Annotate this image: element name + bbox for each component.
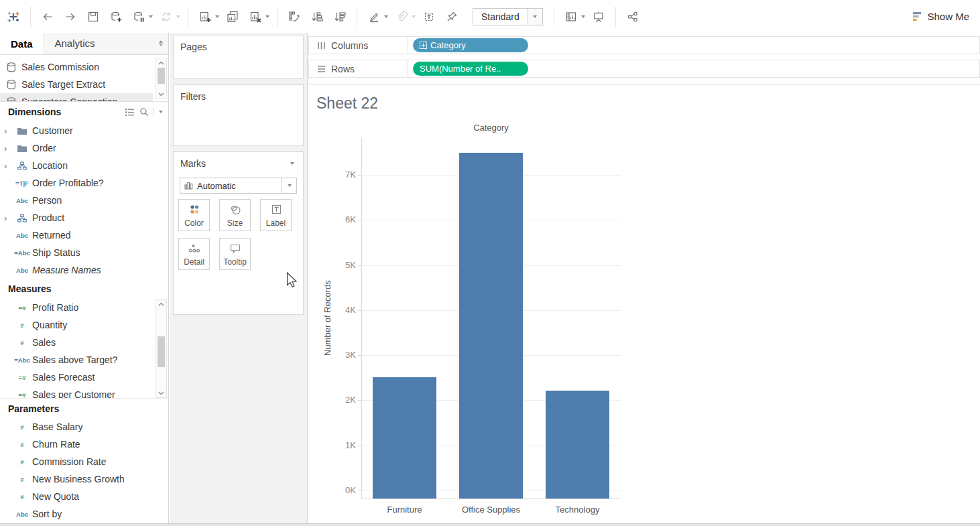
new-worksheet-icon[interactable] [197, 9, 213, 25]
swap-rows-columns-icon[interactable] [286, 9, 302, 25]
bar-office-supplies[interactable] [459, 153, 523, 499]
datasource-item[interactable]: Superstore Connection [0, 93, 153, 102]
clear-sheet-icon[interactable] [247, 9, 263, 25]
toolbar-separator [188, 7, 188, 27]
marks-menu-caret[interactable] [290, 162, 294, 165]
pill-category[interactable]: Category [413, 38, 528, 52]
dimensions-menu-caret[interactable] [159, 111, 163, 113]
scroll-down-icon[interactable] [156, 389, 166, 397]
expand-chevron-icon[interactable]: › [4, 144, 12, 153]
scrollbar-thumb[interactable] [158, 68, 165, 84]
measures-scrollbar[interactable] [156, 299, 167, 398]
mark-type-select[interactable]: Automatic [180, 178, 297, 194]
scrollbar-thumb[interactable] [158, 336, 165, 367]
datasource-item[interactable]: Sales Target Extract [0, 76, 153, 93]
tab-data[interactable]: Data [0, 33, 44, 54]
size-button[interactable]: Size [219, 199, 251, 231]
show-me-button[interactable]: Show Me [912, 11, 969, 22]
dimension-order-profitable[interactable]: =T|FOrder Profitable? [0, 174, 168, 192]
undo-icon[interactable] [40, 9, 56, 25]
parameter-sort-by[interactable]: AbcSort by [0, 505, 168, 523]
dimension-customer[interactable]: ›Customer [0, 122, 168, 139]
show-mark-labels-icon[interactable] [421, 9, 437, 25]
sort-descending-icon[interactable] [332, 9, 348, 25]
mark-type-caret[interactable] [282, 178, 296, 193]
expand-chevron-icon[interactable]: › [4, 127, 12, 135]
duplicate-sheet-icon[interactable] [225, 9, 241, 25]
sort-ascending-icon[interactable] [309, 9, 325, 25]
fit-view-select[interactable]: Standard [473, 8, 543, 25]
measures-title: Measures [8, 283, 163, 294]
view-as-list-icon[interactable] [125, 108, 135, 117]
measure-sales-above-target[interactable]: =AbcSales above Target? [0, 351, 168, 369]
parameter-churn-rate[interactable]: #Churn Rate [0, 436, 168, 453]
parameters-header: Parameters [0, 398, 168, 418]
measure-sales-forecast[interactable]: =#Sales Forecast [0, 369, 168, 386]
redo-icon[interactable] [62, 9, 78, 25]
scroll-up-icon[interactable] [156, 300, 166, 308]
datasource-scrollbar[interactable] [156, 58, 167, 99]
highlight-caret[interactable] [384, 15, 388, 18]
measure-quantity[interactable]: #Quantity [0, 316, 168, 334]
dimension-person[interactable]: AbcPerson [0, 192, 168, 209]
measure-sales[interactable]: #Sales [0, 334, 168, 351]
y-axis-tick-label: 7K [322, 170, 356, 180]
color-button[interactable]: Color [178, 199, 210, 231]
main-toolbar: Standard Show Me [0, 0, 980, 33]
new-worksheet-caret[interactable] [215, 15, 219, 18]
label-button[interactable]: Label [260, 199, 292, 231]
parameter-new-business-growth[interactable]: #New Business Growth [0, 470, 168, 488]
pause-auto-updates-caret[interactable] [149, 15, 153, 18]
scroll-up-icon[interactable] [156, 58, 166, 67]
highlight-icon[interactable] [366, 9, 382, 25]
dimension-order[interactable]: ›Order [0, 139, 168, 157]
expand-chevron-icon[interactable]: › [4, 161, 12, 170]
tableau-logo-icon[interactable] [5, 9, 21, 25]
fit-view-caret[interactable] [528, 9, 542, 25]
rows-shelf[interactable]: Rows SUM(Number of Re.. [308, 60, 980, 78]
parameter-base-salary[interactable]: #Base Salary [0, 418, 168, 436]
dimension-ship-status[interactable]: =AbcShip Status [0, 244, 168, 261]
save-icon[interactable] [85, 9, 101, 25]
tooltip-button[interactable]: Tooltip [219, 238, 251, 270]
dimension-product[interactable]: ›Product [0, 209, 168, 226]
new-datasource-icon[interactable] [108, 9, 124, 25]
measure-profit-ratio[interactable]: =#Profit Ratio [0, 299, 168, 316]
columns-icon [317, 42, 326, 50]
dimension-returned[interactable]: AbcReturned [0, 226, 168, 244]
presentation-mode-icon[interactable] [591, 9, 607, 25]
fix-axes-icon[interactable] [444, 9, 460, 25]
field-label: Sales Forecast [32, 372, 95, 383]
measures-list: =#Profit Ratio#Quantity#Sales=AbcSales a… [0, 299, 168, 398]
dimensions-header: Dimensions [0, 102, 168, 122]
column-field-header[interactable]: Category [361, 123, 621, 133]
field-type-icon: =# [12, 304, 32, 312]
marks-card: Marks Automatic Color [173, 151, 304, 315]
filters-shelf[interactable]: Filters [173, 84, 304, 146]
scroll-down-icon[interactable] [156, 90, 166, 98]
columns-shelf[interactable]: Columns Category [308, 36, 980, 54]
pane-sort-icon[interactable] [154, 33, 168, 54]
search-icon[interactable] [139, 107, 149, 117]
tab-analytics[interactable]: Analytics [44, 33, 154, 54]
pause-auto-updates-icon[interactable] [131, 9, 147, 25]
clear-sheet-caret[interactable] [265, 15, 269, 18]
expand-chevron-icon[interactable]: › [4, 214, 12, 222]
show-hide-cards-caret[interactable] [581, 15, 585, 18]
bar-furniture[interactable] [373, 377, 436, 499]
expand-hierarchy-icon[interactable] [420, 42, 427, 49]
share-icon[interactable] [625, 9, 641, 25]
pill-sum-number-of-records[interactable]: SUM(Number of Re.. [413, 62, 528, 76]
dimension-measure-names[interactable]: AbcMeasure Names [0, 261, 168, 279]
field-type-icon: =T|F [12, 180, 32, 187]
dimension-location[interactable]: ›Location [0, 157, 168, 174]
datasource-item[interactable]: Sales Commission [0, 58, 153, 76]
detail-button[interactable]: Detail [178, 238, 210, 270]
measure-sales-per-customer[interactable]: =#Sales per Customer [0, 386, 168, 398]
show-hide-cards-icon[interactable] [563, 9, 579, 25]
fit-view-value: Standard [473, 11, 528, 22]
parameter-new-quota[interactable]: #New Quota [0, 488, 168, 505]
bar-technology[interactable] [546, 391, 609, 499]
pages-shelf[interactable]: Pages [173, 35, 304, 79]
parameter-commission-rate[interactable]: #Commission Rate [0, 453, 168, 470]
